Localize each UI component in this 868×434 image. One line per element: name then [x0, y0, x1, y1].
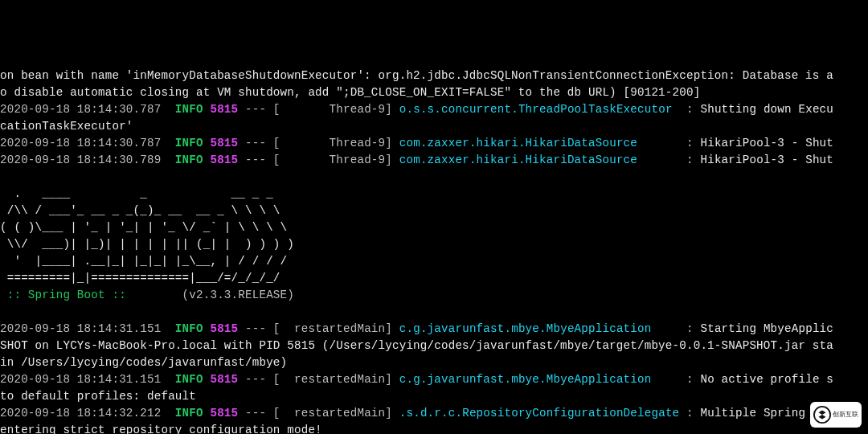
svg-point-0 — [814, 407, 830, 423]
watermark-text: 创新互联 — [833, 411, 859, 418]
terminal-output: on bean with name 'inMemoryDatabaseShutd… — [0, 68, 868, 434]
watermark-logo-icon — [813, 406, 831, 424]
watermark-badge: 创新互联 — [810, 402, 862, 428]
